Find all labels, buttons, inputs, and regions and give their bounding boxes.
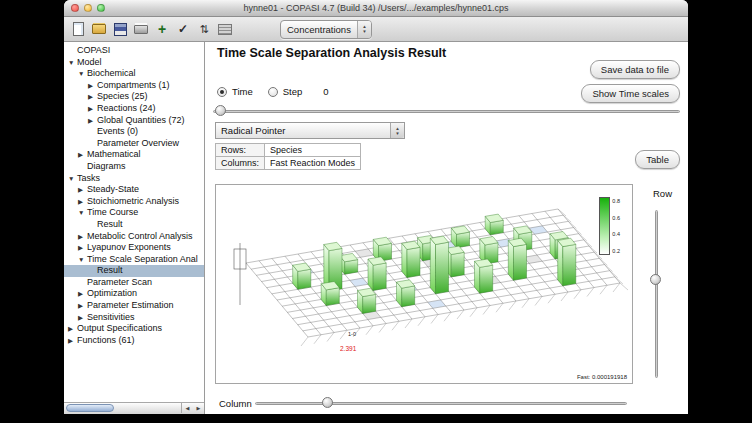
sidebar-item-steady-state[interactable]: ▶Steady-State	[64, 184, 204, 196]
sidebar-item-result[interactable]: Result	[64, 265, 204, 277]
chevron-right-icon[interactable]: ▶	[78, 300, 87, 312]
sidebar-item-sensitivities[interactable]: ▶Sensitivities	[64, 312, 204, 324]
new-file-icon[interactable]	[70, 21, 86, 37]
main-panel: Time Scale Separation Analysis Result Sa…	[205, 42, 688, 414]
scrollbar-thumb[interactable]	[66, 404, 114, 412]
zoom-window-icon[interactable]	[97, 4, 105, 12]
sidebar-item-compartments-1[interactable]: ▶Compartments (1)	[64, 80, 204, 92]
sidebar-item-lyapunov-exponents[interactable]: ▶Lyapunov Exponents	[64, 242, 204, 254]
show-time-scales-button[interactable]: Show Time scales	[581, 84, 680, 103]
row-slider[interactable]	[650, 210, 662, 378]
time-slider[interactable]	[213, 105, 680, 117]
sidebar-item-model[interactable]: ▼Model	[64, 57, 204, 69]
columns-value: Fast Reaction Modes	[265, 157, 361, 170]
chevron-down-icon[interactable]: ▼	[78, 207, 87, 219]
chevron-right-icon[interactable]: ▶	[68, 323, 77, 335]
sidebar-item-label: Species (25)	[97, 92, 148, 102]
chevron-right-icon[interactable]: ▶	[78, 231, 87, 243]
chevron-down-icon[interactable]: ▼	[68, 173, 77, 185]
title-bar[interactable]: hynne01 - COPASI 4.7 (Build 34) /Users/.…	[64, 0, 688, 17]
sidebar-item-result[interactable]: Result	[64, 219, 204, 231]
chevron-right-icon[interactable]: ▶	[78, 149, 87, 161]
sidebar-item-time-course[interactable]: ▼Time Course	[64, 207, 204, 219]
legend-tick: 0.2	[612, 248, 620, 254]
scroll-right-icon[interactable]	[193, 403, 204, 413]
concentrations-dropdown[interactable]: Concentrations	[280, 20, 372, 39]
chevron-right-icon[interactable]: ▶	[78, 242, 87, 254]
close-window-icon[interactable]	[71, 4, 79, 12]
chevron-right-icon[interactable]: ▶	[88, 103, 97, 115]
add-icon[interactable]	[154, 21, 170, 37]
chevron-right-icon[interactable]: ▶	[78, 312, 87, 324]
table-row: Rows: Species	[216, 144, 361, 157]
sidebar-item-optimization[interactable]: ▶Optimization	[64, 288, 204, 300]
chevron-right-icon[interactable]: ▶	[78, 196, 87, 208]
3d-bar-plot[interactable]: 0.80.60.40.2 1-0 2.391 Fast: 0.000191918	[215, 184, 633, 384]
sidebar-item-label: Biochemical	[87, 68, 136, 78]
scroll-left-icon[interactable]	[182, 403, 193, 413]
minimize-window-icon[interactable]	[84, 4, 92, 12]
apply-icon[interactable]	[175, 21, 191, 37]
fast-mode-value: Fast: 0.000191918	[577, 374, 627, 380]
sidebar-item-label: Lyapunov Exponents	[87, 242, 171, 252]
sidebar-item-label: Stoichiometric Analysis	[87, 196, 179, 206]
sidebar-item-diagrams[interactable]: Diagrams	[64, 161, 204, 173]
sidebar-item-parameter-estimation[interactable]: ▶Parameter Estimation	[64, 300, 204, 312]
save-file-icon[interactable]	[112, 21, 128, 37]
chevron-down-icon[interactable]: ▼	[78, 68, 87, 80]
time-radio-label: Time	[232, 86, 253, 97]
sidebar-item-label: Output Specifications	[77, 323, 162, 333]
open-file-icon[interactable]	[91, 21, 107, 37]
sidebar-item-metabolic-control-analysis[interactable]: ▶Metabolic Control Analysis	[64, 231, 204, 243]
slider-track[interactable]	[213, 110, 680, 113]
toolbar: Concentrations	[64, 17, 688, 42]
chevron-down-icon[interactable]: ▼	[68, 57, 77, 69]
column-slider[interactable]	[255, 397, 627, 409]
slider-track[interactable]	[655, 210, 658, 378]
sidebar-item-label: Mathematical	[87, 150, 141, 160]
sidebar-item-biochemical[interactable]: ▼Biochemical	[64, 68, 204, 80]
step-value[interactable]: 0	[323, 86, 328, 97]
chevron-right-icon[interactable]: ▶	[88, 115, 97, 127]
slider-thumb[interactable]	[215, 105, 226, 116]
settings-icon[interactable]	[217, 21, 233, 37]
slider-thumb[interactable]	[322, 397, 333, 408]
sidebar-item-parameter-overview[interactable]: Parameter Overview	[64, 138, 204, 150]
sidebar-item-time-scale-separation-anal[interactable]: ▼Time Scale Separation Anal	[64, 254, 204, 266]
sidebar-item-events-0[interactable]: Events (0)	[64, 126, 204, 138]
chevron-right-icon[interactable]: ▶	[78, 288, 87, 300]
chevron-down-icon[interactable]: ▼	[78, 254, 87, 266]
save-data-button[interactable]: Save data to file	[590, 60, 680, 79]
sidebar-horizontal-scrollbar[interactable]	[64, 402, 204, 414]
table-button[interactable]: Table	[635, 150, 680, 169]
chevron-right-icon[interactable]: ▶	[88, 80, 97, 92]
sidebar-item-mathematical[interactable]: ▶Mathematical	[64, 149, 204, 161]
sidebar-item-parameter-scan[interactable]: Parameter Scan	[64, 277, 204, 289]
step-radio[interactable]	[268, 87, 278, 97]
slider-track[interactable]	[255, 402, 627, 405]
sidebar-item-reactions-24[interactable]: ▶Reactions (24)	[64, 103, 204, 115]
sidebar-item-copasi[interactable]: COPASI	[64, 45, 204, 57]
sidebar-item-global-quantities-72[interactable]: ▶Global Quantities (72)	[64, 115, 204, 127]
matrix-info-table: Rows: Species Columns: Fast Reaction Mod…	[215, 143, 361, 170]
print-icon[interactable]	[133, 21, 149, 37]
sidebar: COPASI▼Model▼Biochemical▶Compartments (1…	[64, 42, 205, 414]
chevron-right-icon[interactable]: ▶	[88, 91, 97, 103]
sidebar-item-label: Functions (61)	[77, 335, 135, 345]
sidebar-item-label: Time Course	[87, 207, 138, 217]
sidebar-item-stoichiometric-analysis[interactable]: ▶Stoichiometric Analysis	[64, 196, 204, 208]
sidebar-item-species-25[interactable]: ▶Species (25)	[64, 91, 204, 103]
sidebar-item-tasks[interactable]: ▼Tasks	[64, 173, 204, 185]
chevron-right-icon[interactable]: ▶	[78, 184, 87, 196]
slider-thumb[interactable]	[650, 274, 661, 285]
sidebar-item-label: Parameter Estimation	[87, 300, 174, 310]
sidebar-item-output-specifications[interactable]: ▶Output Specifications	[64, 323, 204, 335]
time-radio[interactable]	[217, 87, 227, 97]
chevron-right-icon[interactable]: ▶	[68, 335, 77, 347]
legend-tick-labels: 0.80.60.40.2	[612, 197, 620, 255]
pointer-dropdown[interactable]: Radical Pointer	[215, 122, 405, 139]
legend-tick: 0.4	[612, 231, 620, 237]
reorder-icon[interactable]	[196, 21, 212, 37]
sidebar-item-functions-61[interactable]: ▶Functions (61)	[64, 335, 204, 347]
plot-canvas[interactable]	[216, 185, 632, 381]
